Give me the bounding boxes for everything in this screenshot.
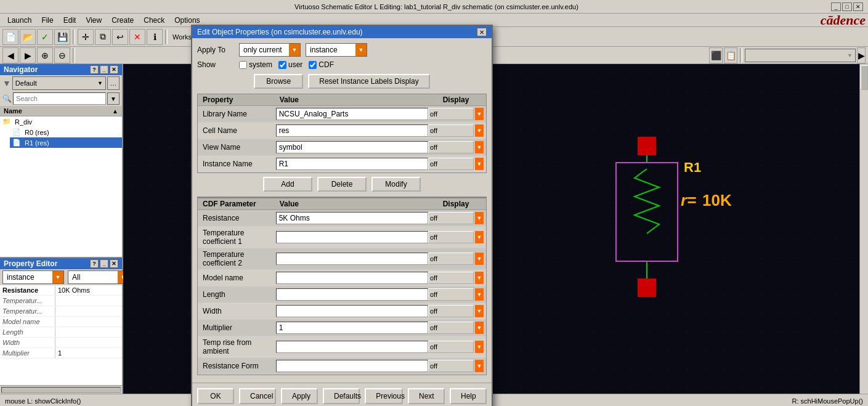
cdf-temp2-dd-arrow[interactable]: ▼ [475, 253, 484, 265]
cdf-resform-input[interactable] [276, 360, 428, 372]
cdf-model-dd-val: off [430, 274, 437, 282]
cdf-temp2-dd-val: off [430, 255, 437, 262]
modify-btn[interactable]: Modify [371, 177, 421, 192]
cdf-temprise-dd-arrow[interactable]: ▼ [475, 341, 484, 353]
cdf-temp1-dd-arrow[interactable]: ▼ [475, 231, 484, 243]
cancel-btn[interactable]: Cancel [239, 388, 276, 404]
cdf-row-width: Width off ▼ [198, 303, 486, 320]
pm-library-dd[interactable]: off [428, 108, 474, 120]
ok-btn[interactable]: OK [197, 388, 234, 404]
pm-instance-dd[interactable]: off [428, 158, 474, 170]
delete-btn[interactable]: Delete [317, 177, 367, 192]
pm-instance-label: Instance Name [200, 160, 276, 168]
cdf-mult-input[interactable] [276, 322, 428, 334]
property-table: Property Value Display Library Name off … [197, 94, 487, 173]
pm-cell-dd[interactable]: off [428, 124, 474, 137]
cdf-resform-dd-arrow[interactable]: ▼ [475, 360, 484, 372]
cdf-checkbox[interactable] [309, 61, 317, 69]
cdf-temp2-input[interactable] [276, 253, 428, 265]
cdf-resistance-label: Resistance [200, 214, 276, 222]
cdf-length-dd[interactable]: off [428, 288, 474, 301]
pm-view-dd-val: off [430, 144, 437, 151]
apply-btn[interactable]: Apply [281, 388, 318, 404]
cdf-resform-label: Resistance Form [200, 362, 276, 370]
cdf-model-input[interactable] [276, 272, 428, 284]
cdf-temprise-dd[interactable]: off [428, 341, 474, 353]
cdf-resistance-dd-arrow[interactable]: ▼ [475, 212, 484, 224]
cdf-temp2-label: Temperature coefficient 2 [200, 250, 276, 267]
cdf-mult-dd[interactable]: off [428, 322, 474, 334]
reset-btn[interactable]: Reset Instance Labels Display [308, 74, 429, 89]
prop-row-instance-name: Instance Name off ▼ [198, 156, 486, 173]
show-user: user [278, 60, 302, 69]
cdf-temp1-dd[interactable]: off [428, 231, 474, 243]
user-checkbox[interactable] [278, 61, 286, 69]
cdf-resform-dd[interactable]: off [428, 360, 474, 372]
ph-property: Property [200, 95, 277, 104]
cdf-width-dd-val: off [430, 307, 437, 315]
previous-btn[interactable]: Previous [365, 388, 403, 404]
pm-instance-input[interactable] [276, 158, 428, 170]
help-btn[interactable]: Help [450, 388, 487, 404]
cdf-width-dd[interactable]: off [428, 305, 474, 317]
pm-cell-display: off ▼ [428, 124, 484, 137]
cdf-temp2-dd[interactable]: off [428, 253, 474, 265]
pm-view-dd-arrow[interactable]: ▼ [475, 141, 484, 153]
pm-view-display: off ▼ [428, 141, 484, 153]
cdf-row-resform: Resistance Form off ▼ [198, 358, 486, 375]
dialog-close-btn[interactable]: ✕ [477, 28, 487, 36]
instance-arrow[interactable]: ▼ [355, 44, 367, 56]
cdf-mult-dd-arrow[interactable]: ▼ [475, 322, 484, 334]
cdf-resistance-input[interactable] [276, 212, 428, 224]
pm-library-input[interactable] [276, 108, 428, 120]
system-checkbox[interactable] [239, 61, 247, 69]
pm-cell-input[interactable] [276, 124, 428, 137]
cdf-row-resistance: Resistance off ▼ [198, 210, 486, 227]
dialog-title: Edit Object Properties (on csimcluster.e… [197, 28, 363, 36]
apply-to-label: Apply To [197, 46, 234, 54]
show-label: Show [197, 60, 234, 69]
apply-to-arrow[interactable]: ▼ [289, 44, 300, 56]
pm-instance-dd-arrow[interactable]: ▼ [475, 158, 484, 170]
cdf-length-label: Length [200, 290, 276, 299]
show-cdf: CDF [309, 60, 334, 69]
cdf-length-input[interactable] [276, 288, 428, 301]
prop-table-header: Property Value Display [198, 94, 486, 106]
cdf-temp1-input[interactable] [276, 231, 428, 243]
apply-to-dropdown[interactable]: only current ▼ [239, 43, 301, 57]
instance-dropdown[interactable]: instance ▼ [306, 43, 367, 57]
pm-view-input[interactable] [276, 141, 428, 153]
cdf-width-input[interactable] [276, 305, 428, 317]
browse-btn[interactable]: Browse [254, 74, 303, 89]
cdf-row-temp1: Temperature coefficient 1 off ▼ [198, 227, 486, 248]
cdf-temprise-input[interactable] [276, 341, 428, 353]
cdf-width-dd-arrow[interactable]: ▼ [475, 305, 484, 317]
pm-library-dd-arrow[interactable]: ▼ [475, 108, 484, 120]
cdf-model-dd-arrow[interactable]: ▼ [475, 272, 484, 284]
pm-cell-dd-val: off [430, 127, 437, 134]
next-btn[interactable]: Next [408, 388, 445, 404]
prop-row-cell: Cell Name off ▼ [198, 123, 486, 139]
cdf-model-dd[interactable]: off [428, 272, 474, 284]
add-btn[interactable]: Add [263, 177, 312, 192]
ph-display: Display [428, 95, 484, 104]
cdf-ph-value: Value [277, 200, 428, 208]
cdf-length-dd-arrow[interactable]: ▼ [475, 288, 484, 301]
ph-value: Value [277, 95, 428, 104]
cdf-mult-dd-val: off [430, 324, 437, 331]
defaults-btn[interactable]: Defaults [323, 388, 360, 404]
pm-cell-dd-arrow[interactable]: ▼ [475, 124, 484, 137]
cdf-resistance-dd[interactable]: off [428, 212, 474, 224]
apply-to-value: only current [240, 44, 289, 56]
cdf-row-mult: Multiplier off ▼ [198, 320, 486, 336]
checkbox-group: system user CDF [239, 60, 334, 69]
cdf-row-temprise: Temp rise from ambient off ▼ [198, 336, 486, 358]
cdf-ph-param: CDF Parameter [200, 200, 277, 208]
pm-view-dd[interactable]: off [428, 141, 474, 153]
pm-cell-label: Cell Name [200, 126, 276, 135]
cdf-resistance-dd-val: off [430, 214, 437, 222]
pm-library-label: Library Name [200, 110, 276, 118]
cdf-length-display: off ▼ [428, 288, 484, 301]
cdf-temp1-dd-val: off [430, 233, 437, 241]
prop-row-view: View Name off ▼ [198, 139, 486, 156]
